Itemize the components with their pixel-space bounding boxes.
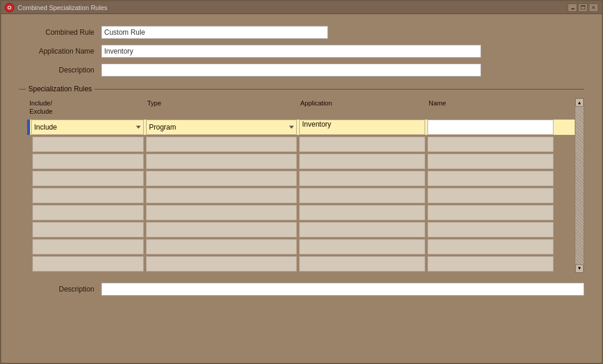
cell-application-0: Inventory xyxy=(299,120,425,135)
minimize-button[interactable]: 🗕 xyxy=(568,4,577,12)
app-name-row: Application Name xyxy=(19,45,584,58)
app-icon: O xyxy=(5,3,14,12)
col-header-include-exclude: Include/ Exclude xyxy=(27,98,145,118)
col-header-type: Type xyxy=(145,98,298,118)
app-name-label: Application Name xyxy=(19,47,101,55)
include-exclude-select-0[interactable]: Include Exclude xyxy=(32,120,143,134)
window-title: Combined Specialization Rules xyxy=(18,4,564,11)
description-bottom-label: Description xyxy=(19,285,101,293)
description-top-input[interactable] xyxy=(101,64,481,77)
content-area: Combined Rule Application Name Descripti… xyxy=(1,14,602,307)
specialization-rules-section: Specialization Rules xyxy=(19,85,584,93)
section-label: Specialization Rules xyxy=(28,85,92,93)
table-row xyxy=(27,188,575,203)
description-bottom-row: Description xyxy=(19,283,584,296)
table-row xyxy=(27,154,575,169)
cell-name-0[interactable] xyxy=(428,120,554,135)
table-row xyxy=(27,256,575,272)
title-bar: O Combined Specialization Rules 🗕 🗖 ✕ xyxy=(1,1,602,14)
table-row xyxy=(27,222,575,237)
grid-body: Include Exclude Program xyxy=(27,120,575,272)
scroll-down-button[interactable]: ▼ xyxy=(575,264,584,273)
table-row xyxy=(27,205,575,220)
cell-include-exclude-0: Include Exclude xyxy=(27,120,145,135)
restore-button[interactable]: 🗖 xyxy=(578,4,588,12)
name-input-0[interactable] xyxy=(428,120,553,134)
close-button[interactable]: ✕ xyxy=(589,4,598,12)
description-bottom-input[interactable] xyxy=(101,283,584,296)
grid-header: Include/ Exclude Type Application Name xyxy=(27,98,575,120)
table-row xyxy=(27,137,575,152)
grid-wrapper: Include/ Exclude Type Application Name xyxy=(27,98,575,273)
app-name-input[interactable] xyxy=(101,45,481,58)
combined-rule-label: Combined Rule xyxy=(19,28,101,37)
row-indicator xyxy=(27,120,30,135)
scroll-up-button[interactable]: ▲ xyxy=(575,98,584,107)
cell-application-text-0: Inventory xyxy=(300,117,333,131)
scroll-track xyxy=(575,107,584,264)
table-row xyxy=(27,171,575,186)
description-top-row: Description xyxy=(19,64,584,77)
cell-type-0: Program Form Function Region xyxy=(146,120,297,135)
combined-rule-row: Combined Rule xyxy=(19,26,584,39)
table-row xyxy=(27,239,575,254)
combined-rule-input[interactable] xyxy=(101,26,328,39)
col-header-application: Application xyxy=(298,98,426,118)
main-window: O Combined Specialization Rules 🗕 🗖 ✕ Co… xyxy=(0,0,603,364)
col-header-name: Name xyxy=(426,98,555,118)
grid-area: Include/ Exclude Type Application Name xyxy=(27,98,584,273)
window-controls: 🗕 🗖 ✕ xyxy=(568,4,598,12)
type-select-0[interactable]: Program Form Function Region xyxy=(147,120,296,134)
scrollbar[interactable]: ▲ ▼ xyxy=(575,98,584,273)
table-row: Include Exclude Program xyxy=(27,120,575,135)
description-top-label: Description xyxy=(19,66,101,74)
